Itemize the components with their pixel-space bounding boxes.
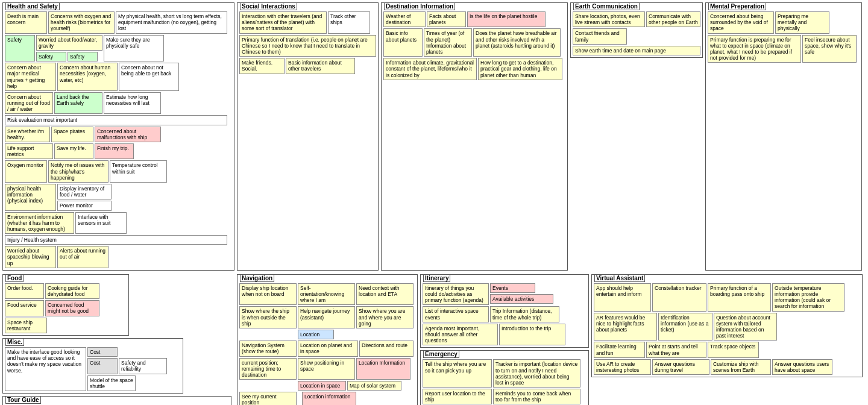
cell: Communicate with other people on Earth [646, 11, 700, 27]
cell: Report user location to the ship [423, 389, 492, 404]
itinerary-section: Itinerary Itinerary of things you could … [420, 274, 589, 348]
emergency-section: Emergency Tell the ship where you are so… [420, 350, 589, 405]
cell: Environment information (whether it has … [5, 212, 74, 234]
cell: Self-orientation/knowing where I am [298, 283, 355, 306]
cell: Preparing me mentally and physically [775, 11, 829, 34]
cell: Basic info about planets [383, 28, 423, 57]
cell: Use AR to create insteresting photos [594, 359, 651, 375]
cell: Make the interface good looking and have… [5, 347, 86, 391]
cell: Track other ships [328, 11, 370, 34]
cell: Facilitate learning and fun [594, 342, 645, 357]
cell: Show positioning in space [298, 358, 355, 380]
navigation-section: Navigation Display ship location when no… [237, 274, 418, 405]
cell: Display inventory of food / water [57, 184, 112, 199]
navigation-title: Navigation [240, 274, 274, 282]
cell: Customize ship with scenes from Earth [711, 359, 771, 375]
cell: Show earth time and date on main page [573, 46, 700, 55]
cell: Question about account system with tailo… [714, 313, 777, 341]
cell: Feel insecure about space, show why it's… [802, 35, 857, 63]
cell: AR features would be nice to highlight f… [594, 313, 657, 341]
misc-section: Misc. Make the interface good looking an… [2, 338, 183, 394]
cell: Finish my trip. [95, 143, 134, 159]
cell: Notify me of issues with the ship/what's… [48, 160, 108, 183]
emergency-title: Emergency [423, 350, 459, 358]
cell: Share location, photos, even live stream… [573, 11, 645, 27]
cell: Cost [87, 347, 118, 357]
cell: Basic information about other travelers [286, 58, 355, 74]
cell: Does the planet have breathable air and … [473, 28, 561, 57]
cell: Tell the ship where you are so it can pi… [423, 359, 492, 388]
cell: Primary function of a boarding pass onto… [708, 283, 771, 312]
cell: Introduction to the trip [499, 324, 565, 346]
cell-location-info: Location Information [356, 358, 410, 380]
food-section: Food Order food. Cooking guide for dehyd… [2, 274, 129, 336]
cell: Safety [5, 35, 35, 62]
cell: Available activities [490, 294, 553, 304]
cell: My physical health, short vs long term e… [116, 11, 227, 34]
mental-section: Mental Preperation Concerned about being… [705, 2, 862, 271]
cell: Itinerary of things you could do/activit… [423, 283, 489, 306]
health-safety-title: Health and Safety [5, 2, 60, 10]
cell: Concern about human necessities (oxygen,… [57, 63, 118, 91]
cell: Track space objects [708, 342, 759, 357]
cell: Risk evaluation most important [5, 115, 227, 125]
cell: Life support metrics [5, 143, 53, 159]
cell: Location on planet and in space [298, 341, 358, 356]
cell-food-service: Food service [5, 300, 44, 316]
mental-title: Mental Preperation [708, 2, 766, 10]
cell: Oxygen monitor [5, 160, 47, 183]
social-title: Social Interactions [240, 2, 297, 10]
destination-section: Destination Information Weather of desti… [381, 2, 568, 271]
cell: Concerned about malfunctions with ship [95, 127, 161, 142]
cell: Reminds you to come back when too far fr… [493, 389, 580, 404]
cell: Model of the space shuttle [87, 375, 136, 391]
cell: List of interactive space events [423, 306, 489, 322]
cell: Interaction with other travelers (and al… [239, 11, 327, 34]
cell: Primary function of translation (i.e. pe… [239, 35, 376, 57]
cell: App should help entertain and inform [594, 283, 651, 312]
food-title: Food [5, 274, 24, 282]
cell: Alerts about running out of air [57, 246, 108, 268]
virtual-assistant-section: Virtual Assistant App should help entert… [591, 274, 863, 377]
cell: Agenda most important, should answer all… [423, 324, 498, 346]
cell: Answer questions users have about space [772, 359, 832, 375]
cell: Safety [68, 52, 98, 61]
destination-title: Destination Information [384, 2, 455, 10]
cell-location: Location [298, 330, 334, 339]
cell: Make sure they are physically safe [104, 35, 164, 62]
cell: Trip Information (distance, time of the … [490, 306, 559, 322]
earth-comm-title: Earth Communication [573, 2, 640, 10]
cell: Make friends. Social. [239, 58, 285, 74]
cell: Is the life on the planet hostile [467, 11, 546, 27]
main-container: Health and Safety Death is main concern … [0, 0, 868, 405]
cell: Power monitor [57, 201, 112, 210]
cell: Weather of destination [383, 11, 426, 27]
cell: Facts about planets [427, 11, 466, 27]
cell: Space pirates [51, 127, 93, 142]
cell: Events [490, 283, 535, 293]
cell: Map of solar system [347, 381, 401, 391]
cell: Cooking guide for dehydrated food [45, 283, 99, 299]
tour-guide-section: Tour Guide Statistics and facts about pl… [2, 396, 231, 405]
cell: Display ship location when not on board [239, 283, 297, 306]
tour-guide-title: Tour Guide [5, 396, 41, 404]
cell: Interface with sensors in suit [75, 212, 127, 234]
cell: Tracker is important (location device to… [493, 359, 580, 388]
cell: Safety [36, 52, 66, 61]
cell: Safety and reliability [119, 358, 167, 374]
cell-land-back: Land back the Earth safely [54, 92, 102, 115]
cell: Concerned about being surrounded by the … [708, 11, 774, 34]
cell: Primary function is preparing me for wha… [708, 35, 801, 63]
cell: Concern about not being able to get back [119, 63, 179, 91]
health-safety-section: Health and Safety Death is main concern … [2, 2, 234, 271]
virtual-assistant-title: Virtual Assistant [594, 274, 645, 282]
cell: Identification information (use as a tic… [658, 313, 712, 341]
cell: Temperature control within suit [110, 160, 167, 183]
cell: Save my life. [54, 143, 93, 159]
cell: Help navigate journey (assistant) [298, 306, 355, 328]
cell: current position; remaining time to dest… [239, 358, 297, 380]
cell: Outside temperature information provide … [772, 283, 844, 312]
cell: Show where the ship is when outside the … [239, 306, 297, 328]
cell: Directions and route [359, 341, 414, 356]
cell: Worried about spaceship blowing up [5, 246, 56, 268]
